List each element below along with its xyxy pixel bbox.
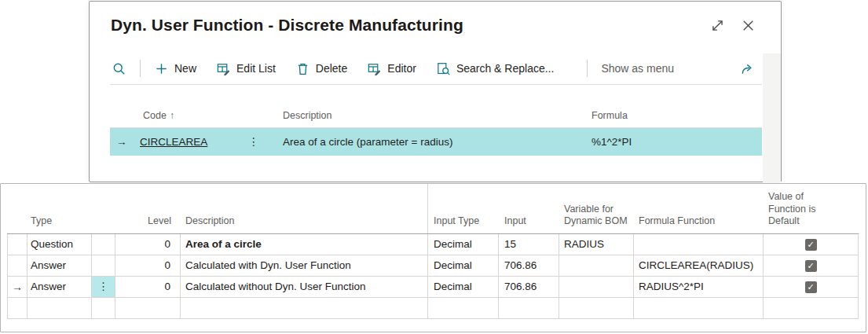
cell-level[interactable]: 0 (115, 234, 181, 255)
cell-description[interactable]: Area of a circle (181, 234, 428, 255)
cell-input[interactable]: 706.86 (499, 255, 559, 277)
edit-list-icon (216, 61, 231, 76)
cell-formula-function[interactable]: RADIUS^2*PI (634, 277, 764, 298)
delete-button[interactable]: Delete (295, 61, 347, 76)
function-list-header: Code↑ Description Formula (110, 85, 762, 128)
column-header-variable-for-dynamic-bom[interactable]: Variable for Dynamic BOM (559, 184, 634, 233)
table-row: Answer 0 Calculated with Dyn. User Funct… (7, 255, 859, 277)
cell-formula-function[interactable]: CIRCLEAREA(RADIUS) (634, 255, 764, 277)
action-toolbar: New Edit List Delete (112, 52, 762, 85)
ellipsis-icon[interactable]: ⋮ (248, 128, 259, 156)
default-checkbox[interactable]: ✓ (805, 260, 817, 272)
detail-grid: Type Level Description Input Type Input … (0, 183, 866, 332)
cell-default: ✓ (764, 234, 859, 255)
cell-level[interactable]: 0 (115, 255, 181, 277)
row-selector-cell[interactable] (7, 298, 27, 319)
row-selector-cell[interactable]: → (7, 277, 27, 298)
delete-button-label: Delete (316, 62, 347, 75)
ellipsis-icon: ⋮ (98, 281, 109, 292)
share-icon (740, 61, 755, 76)
column-header-code-label: Code (143, 110, 167, 121)
row-selector-cell[interactable] (7, 255, 27, 277)
default-checkbox[interactable]: ✓ (805, 239, 817, 251)
detail-grid-header: Type Level Description Input Type Input … (7, 184, 859, 234)
cell-level[interactable]: 0 (115, 277, 181, 298)
column-header-input-type[interactable]: Input Type (428, 184, 499, 233)
close-button[interactable] (738, 17, 757, 35)
function-formula[interactable]: %1^2*PI (591, 128, 632, 156)
cell-variable-for-dynamic-bom[interactable] (559, 255, 634, 277)
new-button-label: New (174, 62, 196, 75)
cell-description[interactable] (181, 298, 428, 319)
column-header-description[interactable]: Description (181, 184, 428, 233)
cell-ellipsis-focused[interactable]: ⋮ (92, 277, 115, 298)
cell-input-type[interactable]: Decimal (428, 255, 499, 277)
search-replace-icon (436, 61, 451, 76)
close-icon (740, 17, 756, 34)
cell-ellipsis[interactable] (92, 255, 115, 277)
row-selector-icon: → (116, 128, 127, 156)
cell-variable-for-dynamic-bom[interactable] (559, 277, 634, 298)
cell-variable-for-dynamic-bom[interactable]: RADIUS (559, 234, 634, 255)
edit-list-button[interactable]: Edit List (216, 61, 276, 76)
cell-default: ✓ (764, 277, 859, 298)
cell-formula-function[interactable] (634, 234, 764, 255)
expand-button[interactable] (708, 17, 727, 35)
default-checkbox[interactable]: ✓ (805, 281, 817, 293)
editor-button[interactable]: Editor (367, 61, 416, 76)
column-header-selector (7, 184, 27, 233)
cell-input-type[interactable] (428, 298, 499, 319)
cell-input-type[interactable]: Decimal (428, 234, 499, 255)
cell-type[interactable] (27, 298, 92, 319)
code-link[interactable]: CIRCLEAREA (140, 128, 207, 156)
dialog-window: Dyn. User Function - Discrete Manufactur… (89, 1, 782, 182)
table-row-selected: → Answer ⋮ 0 Calculated without Dyn. Use… (7, 277, 859, 298)
trash-icon (295, 61, 310, 76)
screen: Dyn. User Function - Discrete Manufactur… (0, 0, 868, 334)
share-button[interactable] (740, 61, 755, 76)
function-list: Code↑ Description Formula → CIRCLEAREA ⋮… (110, 85, 762, 156)
scrollbar-track[interactable] (763, 53, 781, 182)
column-header-code[interactable]: Code↑ (143, 110, 174, 121)
column-header-description[interactable]: Description (283, 110, 332, 121)
new-button[interactable]: New (154, 61, 196, 76)
cell-input-type[interactable]: Decimal (428, 277, 499, 298)
toolbar-separator (140, 60, 141, 77)
row-selector-icon: → (12, 281, 23, 293)
cell-description[interactable]: Calculated with Dyn. User Function (181, 255, 428, 277)
function-row-selected[interactable]: → CIRCLEAREA ⋮ Area of a circle (paramet… (110, 128, 762, 156)
column-header-formula[interactable]: Formula (591, 110, 628, 121)
column-header-formula-function[interactable]: Formula Function (634, 184, 764, 233)
cell-variable-for-dynamic-bom[interactable] (559, 298, 634, 319)
editor-button-label: Editor (387, 62, 416, 75)
row-selector-cell[interactable] (7, 234, 27, 255)
editor-icon (367, 61, 382, 76)
cell-input[interactable]: 706.86 (499, 277, 559, 298)
cell-formula-function[interactable] (634, 298, 764, 319)
cell-ellipsis[interactable] (92, 234, 115, 255)
column-header-type[interactable]: Type (27, 184, 92, 233)
cell-ellipsis[interactable] (92, 298, 115, 319)
cell-type[interactable]: Answer (27, 277, 92, 298)
cell-type[interactable]: Question (27, 234, 92, 255)
search-replace-button-label: Search & Replace... (456, 62, 555, 75)
table-row: Question 0 Area of a circle Decimal 15 R… (7, 234, 859, 255)
search-button[interactable] (112, 61, 126, 76)
cell-level[interactable] (115, 298, 181, 319)
cell-description[interactable]: Calculated without Dyn. User Function (181, 277, 428, 298)
cell-type[interactable]: Answer (27, 255, 92, 277)
page-title: Dyn. User Function - Discrete Manufactur… (111, 16, 463, 35)
edit-list-button-label: Edit List (236, 62, 276, 75)
table-row-empty: ✓ (7, 298, 859, 319)
column-header-ellipsis (92, 184, 115, 233)
function-description[interactable]: Area of a circle (parameter = radius) (283, 128, 452, 156)
column-header-value-of-function-is-default[interactable]: Value of Function is Default (764, 184, 859, 233)
column-header-input[interactable]: Input (499, 184, 559, 233)
show-as-menu-button[interactable]: Show as menu (601, 62, 674, 75)
search-replace-button[interactable]: Search & Replace... (436, 61, 555, 76)
cell-input[interactable] (499, 298, 559, 319)
toolbar-separator (587, 60, 588, 77)
column-header-level[interactable]: Level (115, 184, 181, 233)
detail-grid-inner: Type Level Description Input Type Input … (7, 184, 859, 319)
cell-input[interactable]: 15 (499, 234, 559, 255)
